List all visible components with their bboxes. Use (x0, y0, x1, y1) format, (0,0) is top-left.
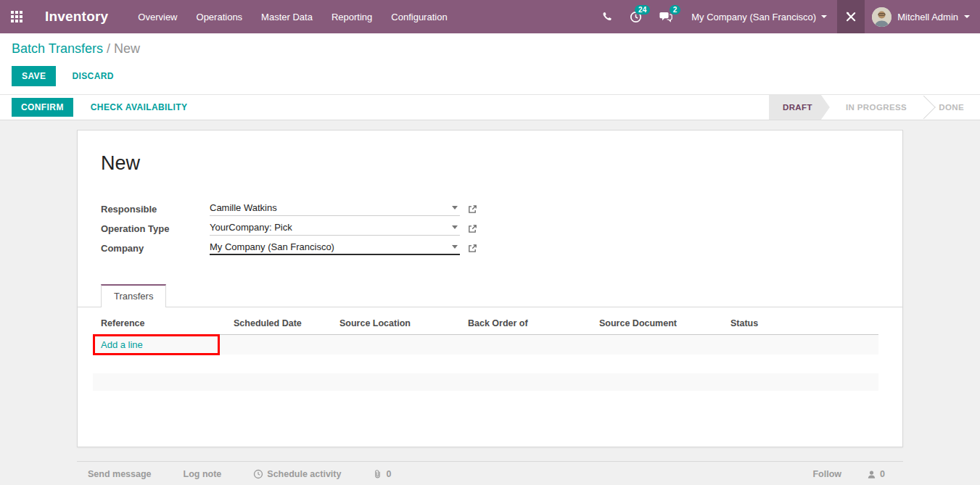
stage-in-progress[interactable]: IN PROGRESS (830, 95, 923, 120)
field-responsible: Responsible Camille Watkins (101, 199, 902, 219)
operation-type-input[interactable]: YourCompany: Pick (210, 222, 460, 236)
follow-button[interactable]: Follow (812, 469, 841, 479)
send-message-button[interactable]: Send message (88, 469, 152, 479)
notebook: Transfers Reference Scheduled Date Sourc… (78, 284, 902, 391)
main-content: New Responsible Camille Watkins Operatio… (0, 120, 980, 485)
table-header-row: Reference Scheduled Date Source Location… (93, 307, 878, 335)
field-value: My Company (San Francisco) (210, 241, 334, 252)
apps-grid-icon (11, 11, 22, 22)
stage-done[interactable]: DONE (923, 95, 980, 120)
dropdown-caret-icon[interactable] (452, 225, 458, 229)
top-navbar: Inventory Overview Operations Master Dat… (0, 0, 980, 33)
company-input[interactable]: My Company (San Francisco) (210, 241, 460, 255)
statusbar: CONFIRM CHECK AVAILABILITY DRAFT IN PROG… (0, 94, 980, 120)
external-link-icon[interactable] (467, 224, 477, 234)
record-title: New (101, 152, 902, 175)
field-group: Responsible Camille Watkins Operation Ty… (101, 199, 902, 258)
field-value: Camille Watkins (210, 202, 277, 213)
col-scheduled-date: Scheduled Date (234, 318, 339, 328)
col-status: Status (730, 318, 878, 328)
control-panel: Batch Transfers / New SAVE DISCARD (0, 33, 980, 94)
responsible-input[interactable]: Camille Watkins (210, 202, 460, 216)
field-label: Operation Type (101, 223, 210, 234)
person-icon (867, 470, 876, 479)
schedule-activity-label: Schedule activity (267, 469, 341, 479)
paperclip-icon (373, 469, 382, 479)
menu-operations[interactable]: Operations (187, 0, 252, 33)
stage-draft[interactable]: DRAFT (770, 95, 830, 120)
avatar (872, 7, 892, 27)
col-source-document: Source Document (599, 318, 730, 328)
app-title[interactable]: Inventory (45, 9, 108, 25)
chevron-down-icon (821, 15, 827, 18)
apps-menu-button[interactable] (0, 0, 33, 33)
developer-tools-button[interactable] (837, 0, 865, 33)
menu-master-data[interactable]: Master Data (252, 0, 322, 33)
table-row-empty (93, 373, 878, 391)
user-menu[interactable]: Mitchell Admin (865, 0, 980, 33)
col-reference: Reference (93, 318, 234, 328)
breadcrumb-separator: / (107, 41, 110, 56)
message-count-badge: 2 (670, 5, 681, 14)
menu-configuration[interactable]: Configuration (382, 0, 456, 33)
company-name: My Company (San Francisco) (691, 12, 816, 22)
followers-button[interactable]: 0 (867, 469, 885, 479)
company-switcher[interactable]: My Company (San Francisco) (681, 0, 837, 33)
menu-overview[interactable]: Overview (128, 0, 186, 33)
attachments-button[interactable]: 0 (373, 469, 391, 479)
chatter: Send message Log note Schedule activity … (77, 461, 903, 479)
messages-button[interactable]: 2 (651, 0, 681, 33)
attachment-count: 0 (386, 469, 391, 479)
table-row-empty (93, 355, 878, 373)
col-back-order-of: Back Order of (468, 318, 599, 328)
annotation-highlight-box (93, 334, 220, 355)
stage-pipeline: DRAFT IN PROGRESS DONE (769, 95, 980, 120)
form-sheet: New Responsible Camille Watkins Operatio… (77, 130, 903, 447)
discard-button[interactable]: DISCARD (63, 66, 122, 86)
save-button[interactable]: SAVE (12, 66, 56, 86)
breadcrumb-batch-transfers[interactable]: Batch Transfers (12, 41, 103, 56)
user-name: Mitchell Admin (897, 12, 958, 22)
schedule-activity-button[interactable]: Schedule activity (253, 469, 341, 479)
breadcrumb-current: New (114, 41, 140, 56)
log-note-button[interactable]: Log note (184, 469, 222, 479)
table-row: Add a line (93, 335, 878, 355)
external-link-icon[interactable] (467, 204, 477, 215)
field-label: Company (101, 243, 210, 254)
activities-button[interactable]: 24 (621, 0, 651, 33)
field-operation-type: Operation Type YourCompany: Pick (101, 219, 902, 239)
chevron-down-icon (964, 15, 970, 18)
follower-count: 0 (880, 469, 885, 479)
main-menu: Overview Operations Master Data Reportin… (128, 0, 456, 33)
col-source-location: Source Location (339, 318, 468, 328)
activity-count-badge: 24 (635, 5, 650, 14)
dropdown-caret-icon[interactable] (452, 206, 458, 210)
breadcrumb: Batch Transfers / New (12, 41, 968, 57)
transfers-table: Reference Scheduled Date Source Location… (93, 307, 878, 391)
voip-phone-button[interactable] (593, 0, 621, 33)
external-link-icon[interactable] (467, 244, 477, 254)
clock-icon (253, 469, 263, 479)
phone-icon (601, 12, 612, 22)
dropdown-caret-icon[interactable] (452, 245, 458, 249)
tab-transfers[interactable]: Transfers (101, 284, 166, 307)
field-value: YourCompany: Pick (210, 222, 292, 233)
check-availability-button[interactable]: CHECK AVAILABILITY (82, 97, 197, 117)
confirm-button[interactable]: CONFIRM (12, 98, 73, 117)
menu-reporting[interactable]: Reporting (322, 0, 382, 33)
field-label: Responsible (101, 204, 210, 215)
field-company: Company My Company (San Francisco) (101, 239, 902, 258)
tools-icon (845, 11, 857, 22)
